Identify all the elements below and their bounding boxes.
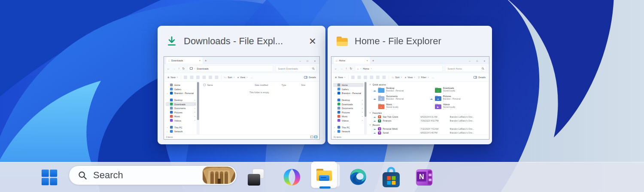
file-row[interactable]: ☁ X Finances 7/26/2023 4:51 PM Brandon L… xyxy=(370,119,487,123)
preview-card-downloads[interactable]: Downloads - File Expl... × ↓ Downloads ×… xyxy=(158,26,325,144)
rename-icon[interactable] xyxy=(203,76,206,79)
address-bar[interactable]: ⌂ › Home › xyxy=(355,65,443,72)
search-box[interactable]: Search Downloads xyxy=(276,65,316,72)
chevron-down-icon[interactable]: ∨ xyxy=(370,112,371,114)
expand-chevron-icon[interactable]: › xyxy=(334,92,336,94)
expand-chevron-icon[interactable]: › xyxy=(167,126,169,128)
sidebar-item[interactable]: Videos • xyxy=(333,119,364,123)
tab-close-icon[interactable]: × xyxy=(199,59,200,62)
sidebar-item[interactable]: › Brandon - Personal xyxy=(333,91,364,95)
expand-chevron-icon[interactable]: › xyxy=(167,92,169,94)
sidebar-item[interactable]: › Network xyxy=(333,129,364,134)
quick-access-tile[interactable]: ☁ Desktop Brandon - Personal • xyxy=(373,86,430,94)
copy-icon[interactable] xyxy=(190,76,194,79)
column-type[interactable]: Type xyxy=(280,83,300,87)
sidebar-item[interactable]: › This PC xyxy=(166,125,196,130)
column-size[interactable]: Size xyxy=(300,83,317,87)
delete-icon[interactable] xyxy=(215,76,219,79)
quick-access-tile[interactable]: ☁ ▲ Pictures Brandon - Personal • xyxy=(430,94,486,103)
back-icon[interactable]: ← xyxy=(167,67,170,70)
window-thumbnail[interactable]: ⌂ Home × + – □ × ← → ↑ ↻ xyxy=(331,56,489,140)
bing-daily-image[interactable] xyxy=(203,167,235,184)
new-button[interactable]: ⊕ New ∨ xyxy=(167,76,178,79)
sidebar-item[interactable]: Pictures • xyxy=(333,110,364,115)
filter-button[interactable]: ▽ Filter ∨ xyxy=(418,76,429,79)
sidebar-item[interactable]: Pictures • xyxy=(166,110,196,115)
more-button[interactable]: … xyxy=(251,76,253,79)
sidebar-item[interactable]: › Network xyxy=(166,129,196,134)
paste-icon[interactable] xyxy=(196,76,200,79)
breadcrumb[interactable]: Home xyxy=(363,67,369,70)
copilot-button[interactable] xyxy=(282,168,302,187)
sidebar-item[interactable]: Documents • xyxy=(333,106,364,110)
sort-button[interactable]: ↑↓ Sort ∨ xyxy=(224,76,235,79)
forward-icon[interactable]: → xyxy=(173,67,176,70)
close-button[interactable]: × xyxy=(314,59,316,62)
edge-button[interactable] xyxy=(349,168,368,186)
view-button[interactable]: ≡ View ∨ xyxy=(405,76,415,79)
scrollbar-thumb[interactable] xyxy=(365,82,367,117)
tab-home[interactable]: ⌂ Home × xyxy=(334,58,370,64)
expand-chevron-icon[interactable]: › xyxy=(334,130,336,132)
tab-downloads[interactable]: ↓ Downloads × xyxy=(166,58,203,64)
expand-chevron-icon[interactable]: › xyxy=(334,126,336,128)
refresh-icon[interactable]: ↻ xyxy=(182,67,185,70)
sidebar-item[interactable]: Home xyxy=(333,83,364,87)
quick-access-tile[interactable]: ☁ ≡ Documents Brandon - Personal • xyxy=(373,94,430,103)
sidebar-item[interactable]: Desktop • xyxy=(166,98,196,102)
minimize-button[interactable]: – xyxy=(469,59,470,62)
start-button[interactable] xyxy=(40,168,59,187)
share-icon[interactable] xyxy=(209,76,212,79)
up-icon[interactable]: ↑ xyxy=(346,67,347,70)
new-button[interactable]: ⊕ New ∨ xyxy=(335,76,346,79)
onenote-button[interactable]: N xyxy=(415,168,434,187)
delete-icon[interactable] xyxy=(383,76,386,79)
cut-icon[interactable] xyxy=(351,76,355,79)
window-thumbnail[interactable]: ↓ Downloads × + – □ × ← → ↑ ↻ xyxy=(164,56,320,140)
breadcrumb[interactable]: Downloads xyxy=(197,67,209,70)
column-date-modified[interactable]: Date modified xyxy=(253,83,280,87)
preview-card-home[interactable]: Home - File Explorer ⌂ Home × + – □ × xyxy=(328,26,492,144)
details-button[interactable]: Details xyxy=(474,76,486,79)
paste-icon[interactable] xyxy=(364,76,367,79)
search-input[interactable]: Search xyxy=(69,165,237,185)
rename-icon[interactable] xyxy=(370,76,374,79)
chevron-down-icon[interactable]: ∨ xyxy=(370,83,371,85)
view-button[interactable]: ≡ View ∨ xyxy=(237,76,248,79)
sidebar-item[interactable]: Downloads • xyxy=(166,102,196,107)
scrollbar-thumb[interactable] xyxy=(197,82,199,120)
close-icon[interactable]: × xyxy=(307,35,318,47)
new-tab-button[interactable]: + xyxy=(372,59,374,63)
forward-icon[interactable]: → xyxy=(340,67,343,70)
section-quick-access[interactable]: ∨ Quick access xyxy=(370,82,487,86)
file-row[interactable]: ☁ N Social 6/8/2024 5:49 PM Brandon LeBl… xyxy=(370,131,487,135)
expand-chevron-icon[interactable]: › xyxy=(167,130,169,132)
quick-access-tile[interactable]: ▶ Videos Stored locally • xyxy=(430,103,486,111)
sidebar-item[interactable]: Gallery xyxy=(333,87,364,91)
chevron-down-icon[interactable]: ∨ xyxy=(370,124,371,126)
details-button[interactable]: Details xyxy=(304,76,316,79)
sidebar-item[interactable]: Home xyxy=(166,83,196,87)
sidebar-item[interactable]: › Brandon - Personal xyxy=(166,91,196,95)
cut-icon[interactable] xyxy=(184,76,187,79)
file-row[interactable]: ☁ N Personal (Web) 7/11/2024 7:51 AM Bra… xyxy=(370,127,487,131)
task-view-button[interactable] xyxy=(246,168,265,187)
sidebar-item[interactable]: Music • xyxy=(166,114,196,119)
search-box[interactable]: Search Home xyxy=(445,65,486,72)
up-icon[interactable]: ↑ xyxy=(178,67,180,70)
refresh-icon[interactable]: ↻ xyxy=(350,67,352,70)
sidebar-item[interactable]: Desktop • xyxy=(333,98,364,102)
section-recent[interactable]: ∨ Recent xyxy=(370,123,487,127)
quick-access-tile[interactable]: ↓ Downloads Stored locally • xyxy=(430,86,486,94)
section-favorites[interactable]: ∨ Favorites xyxy=(370,111,487,115)
sidebar-item[interactable]: Downloads • xyxy=(333,102,364,107)
sidebar-item[interactable]: Documents • xyxy=(166,106,196,110)
address-bar[interactable]: › Downloads xyxy=(187,65,273,72)
tab-close-icon[interactable]: × xyxy=(367,59,368,62)
column-name[interactable]: Name xyxy=(202,83,254,87)
close-button[interactable]: × xyxy=(484,59,485,62)
sort-button[interactable]: ↑↓ Sort ∨ xyxy=(392,76,402,79)
quick-access-tile[interactable]: ♪ Music Stored locally • xyxy=(373,103,430,111)
sidebar-item[interactable]: › This PC xyxy=(333,125,364,130)
share-icon[interactable] xyxy=(376,76,380,79)
